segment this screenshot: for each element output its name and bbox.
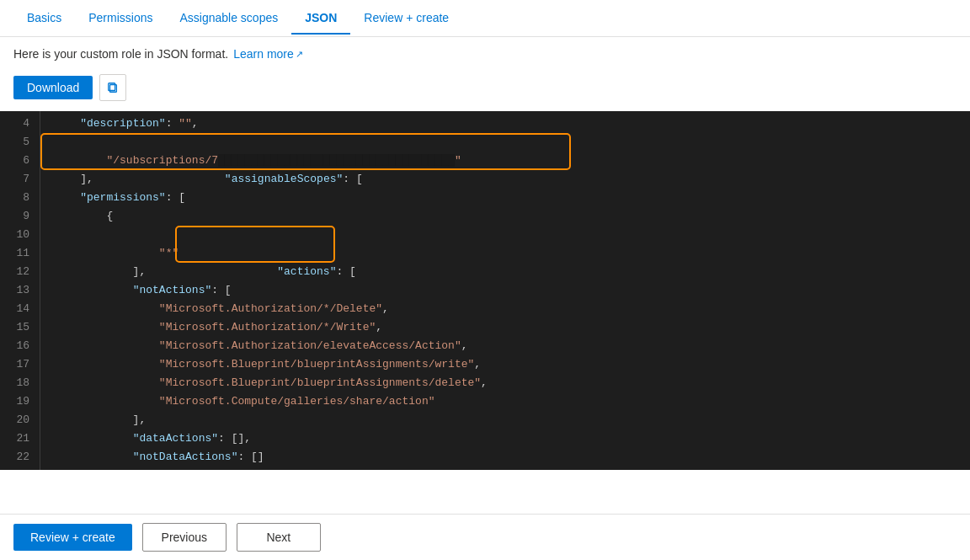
code-line-21: "dataActions": [],: [40, 429, 970, 448]
tab-permissions[interactable]: Permissions: [75, 3, 166, 35]
learn-more-link[interactable]: Learn more ↗: [233, 47, 303, 61]
download-button[interactable]: Download: [13, 76, 93, 99]
tab-basics[interactable]: Basics: [13, 3, 75, 35]
code-line-17: "Microsoft.Blueprint/blueprintAssignment…: [40, 355, 970, 374]
code-content: "description": "", "assignableScopes": […: [40, 111, 970, 470]
copy-icon: [107, 81, 119, 94]
previous-button[interactable]: Previous: [142, 523, 227, 552]
code-line-4: "description": "",: [40, 115, 970, 133]
code-block-wrapper: "description": "", "assignableScopes": […: [40, 111, 970, 470]
external-link-icon: ↗: [296, 49, 303, 60]
code-line-20: ],: [40, 411, 970, 429]
tab-review-create[interactable]: Review + create: [350, 3, 462, 35]
code-line-15: "Microsoft.Authorization/*/Write",: [40, 318, 970, 337]
code-editor: 4 5 6 7 8 9 10 11 12 13 14 15 16 17 18 1…: [0, 111, 970, 514]
toolbar: Download: [0, 67, 970, 111]
code-line-18: "Microsoft.Blueprint/blueprintAssignment…: [40, 374, 970, 392]
footer: Review + create Previous Next: [0, 514, 970, 560]
line-numbers: 4 5 6 7 8 9 10 11 12 13 14 15 16 17 18 1…: [0, 111, 40, 470]
top-navigation: Basics Permissions Assignable scopes JSO…: [0, 0, 970, 37]
code-line-5: "assignableScopes": [: [40, 133, 970, 152]
next-button[interactable]: Next: [237, 523, 321, 552]
tab-assignable-scopes[interactable]: Assignable scopes: [166, 3, 291, 35]
code-line-10: "actions": [: [40, 226, 970, 244]
code-area[interactable]: 4 5 6 7 8 9 10 11 12 13 14 15 16 17 18 1…: [0, 111, 970, 470]
tab-json[interactable]: JSON: [291, 3, 350, 35]
code-line-9: {: [40, 207, 970, 226]
copy-button[interactable]: [99, 74, 126, 101]
code-line-14: "Microsoft.Authorization/*/Delete",: [40, 300, 970, 318]
code-line-19: "Microsoft.Compute/galleries/share/actio…: [40, 392, 970, 411]
code-line-16: "Microsoft.Authorization/elevateAccess/A…: [40, 337, 970, 355]
info-text: Here is your custom role in JSON format.: [13, 47, 228, 61]
review-create-button[interactable]: Review + create: [13, 524, 132, 551]
info-bar: Here is your custom role in JSON format.…: [0, 37, 970, 67]
code-line-22: "notDataActions": []: [40, 448, 970, 467]
